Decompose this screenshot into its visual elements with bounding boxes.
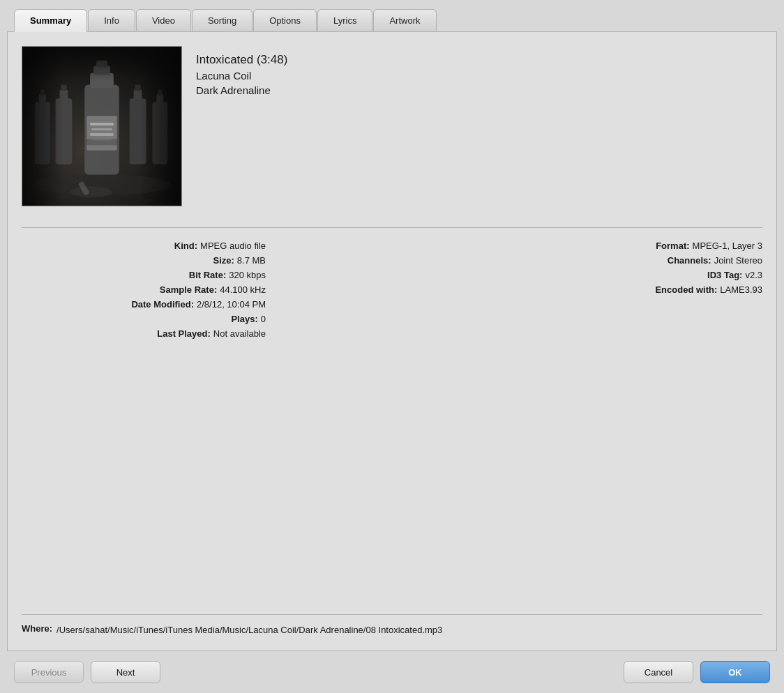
metadata-left-column: Kind: MPEG audio file Size: 8.7 MB Bit R… [22,241,266,339]
meta-encodedwith-value: LAME3.93 [720,284,762,295]
metadata-right-column: Format: MPEG-1, Layer 3 Channels: Joint … [266,241,762,339]
meta-lastplayed-value: Not available [213,328,266,339]
tab-summary[interactable]: Summary [14,9,87,32]
next-button[interactable]: Next [91,661,160,683]
track-album: Dark Adrenaline [196,84,287,96]
tab-options[interactable]: Options [253,9,317,32]
meta-plays-value: 0 [261,314,266,324]
svg-rect-22 [91,128,112,130]
meta-kind-label: Kind: [174,241,197,251]
meta-lastplayed: Last Played: Not available [157,328,266,339]
where-path: /Users/sahat/Music/iTunes/iTunes Media/M… [56,623,442,637]
meta-channels: Channels: Joint Stereo [668,255,762,266]
content-area: Intoxicated (3:48) Lacuna Coil Dark Adre… [7,31,777,651]
svg-rect-21 [90,123,114,125]
meta-bitrate: Bit Rate: 320 kbps [189,270,266,280]
meta-samplerate-label: Sample Rate: [160,284,217,295]
album-art [22,46,182,206]
meta-channels-value: Joint Stereo [714,255,762,266]
svg-rect-27 [86,139,118,145]
window: Summary Info Video Sorting Options Lyric… [0,0,784,693]
tab-sorting[interactable]: Sorting [192,9,252,32]
track-artist: Lacuna Coil [196,70,287,82]
meta-bitrate-label: Bit Rate: [189,270,226,280]
meta-format: Format: MPEG-1, Layer 3 [656,241,762,251]
meta-kind: Kind: MPEG audio file [174,241,266,251]
svg-rect-23 [90,133,114,136]
tab-video[interactable]: Video [136,9,191,32]
ok-button[interactable]: OK [700,661,770,683]
meta-encodedwith-label: Encoded with: [655,284,717,295]
track-info: Intoxicated (3:48) Lacuna Coil Dark Adre… [22,46,762,206]
tab-artwork[interactable]: Artwork [373,9,436,32]
where-label: Where: [22,623,52,634]
meta-plays-label: Plays: [231,314,257,324]
meta-datemodified-label: Date Modified: [131,299,194,310]
meta-id3tag: ID3 Tag: v2.3 [707,270,762,280]
meta-datemodified: Date Modified: 2/8/12, 10:04 PM [131,299,266,310]
where-section: Where: /Users/sahat/Music/iTunes/iTunes … [22,614,762,637]
tab-lyrics[interactable]: Lyrics [317,9,372,32]
meta-size-value: 8.7 MB [237,255,266,266]
meta-samplerate: Sample Rate: 44.100 kHz [160,284,266,295]
meta-samplerate-value: 44.100 kHz [220,284,266,295]
tab-info[interactable]: Info [88,9,135,32]
meta-format-label: Format: [656,241,689,251]
meta-datemodified-value: 2/8/12, 10:04 PM [197,299,266,310]
track-text: Intoxicated (3:48) Lacuna Coil Dark Adre… [196,46,287,96]
track-title: Intoxicated (3:48) [196,53,287,67]
meta-encodedwith: Encoded with: LAME3.93 [655,284,762,295]
svg-rect-11 [135,85,141,91]
previous-button[interactable]: Previous [14,661,84,683]
divider-top [22,227,762,228]
meta-bitrate-value: 320 kbps [229,270,266,280]
meta-format-value: MPEG-1, Layer 3 [693,241,762,251]
meta-size: Size: 8.7 MB [213,255,266,266]
svg-rect-30 [22,47,181,82]
button-bar: Previous Next Cancel OK [0,651,784,693]
meta-size-label: Size: [213,255,234,266]
meta-lastplayed-label: Last Played: [157,328,211,339]
cancel-button[interactable]: Cancel [624,661,693,683]
meta-kind-value: MPEG audio file [200,241,266,251]
tab-bar: Summary Info Video Sorting Options Lyric… [0,0,784,31]
svg-point-25 [70,186,112,197]
meta-id3tag-label: ID3 Tag: [707,270,742,280]
meta-channels-label: Channels: [668,255,711,266]
content-spacer [22,353,762,614]
meta-plays: Plays: 0 [231,314,266,324]
meta-id3tag-value: v2.3 [745,270,762,280]
metadata-section: Kind: MPEG audio file Size: 8.7 MB Bit R… [22,241,762,339]
